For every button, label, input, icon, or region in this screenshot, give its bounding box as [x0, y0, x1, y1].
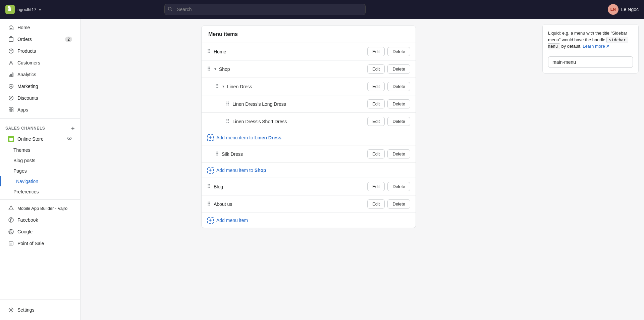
search-container	[164, 4, 366, 15]
sidebar-subitem-themes[interactable]: Themes	[3, 145, 77, 155]
add-sales-channel-button[interactable]: +	[71, 125, 75, 131]
add-to-linen-row[interactable]: Add menu item to Linen Dress	[202, 130, 416, 145]
user-menu[interactable]: LN Le Ngoc	[608, 4, 639, 15]
svg-rect-11	[11, 108, 13, 109]
search-icon	[168, 7, 172, 12]
add-shop-bold: Shop	[255, 168, 266, 173]
drag-handle-linen-short[interactable]: ⠿	[226, 118, 230, 125]
sidebar-divider-2	[0, 199, 80, 200]
sidebar-subitem-navigation[interactable]: Navigation	[0, 176, 77, 186]
sidebar-item-pos[interactable]: Point of Sale	[3, 238, 77, 249]
expand-icon-linen[interactable]: ▼	[222, 85, 225, 88]
sales-channels-section: Sales channels +	[0, 121, 80, 133]
linen-short-actions: Edit Delete	[367, 117, 410, 126]
sidebar-item-apps[interactable]: Apps	[3, 104, 77, 116]
linen-long-delete-button[interactable]: Delete	[387, 99, 410, 108]
handle-input[interactable]	[548, 56, 633, 68]
silk-actions: Edit Delete	[367, 149, 410, 158]
panel-suffix-text: by default.	[561, 44, 582, 49]
sidebar-subitem-pages[interactable]: Pages	[3, 166, 77, 176]
sidebar-item-facebook[interactable]: Facebook	[3, 214, 77, 226]
sidebar-nav: Home Orders 2 Products Customers Ana	[0, 19, 80, 300]
linen-short-edit-button[interactable]: Edit	[367, 117, 385, 126]
drag-handle-about[interactable]: ⠿	[207, 201, 211, 207]
menu-label-about: About us	[214, 201, 367, 207]
linen-short-delete-button[interactable]: Delete	[387, 117, 410, 126]
silk-edit-button[interactable]: Edit	[367, 149, 385, 158]
pos-label: Point of Sale	[17, 241, 44, 246]
sidebar-orders-label: Orders	[17, 37, 32, 42]
shopify-logo[interactable]: ngoclht17 ▾	[5, 5, 41, 14]
shop-delete-button[interactable]: Delete	[387, 64, 410, 74]
add-to-shop-text: Add menu item to Shop	[216, 168, 266, 173]
blog-edit-button[interactable]: Edit	[367, 182, 385, 191]
add-menu-item-row[interactable]: Add menu item	[202, 213, 416, 228]
sidebar-item-home[interactable]: Home	[3, 22, 77, 33]
google-label: Google	[17, 229, 33, 234]
user-name: Le Ngoc	[621, 7, 639, 12]
table-row: ⠿ Linen Dress's Long Dress Edit Delete	[202, 95, 416, 113]
sidebar-item-online-store[interactable]: Online Store	[3, 133, 77, 145]
expand-icon-shop[interactable]: ▼	[214, 67, 217, 71]
blog-actions: Edit Delete	[367, 182, 410, 191]
linen-long-actions: Edit Delete	[367, 99, 410, 108]
panel-description: Liquid: e.g. a menu with the title "Side…	[548, 30, 633, 50]
home-actions: Edit Delete	[367, 47, 410, 56]
sidebar-item-analytics[interactable]: Analytics	[3, 69, 77, 80]
search-input[interactable]	[164, 4, 366, 15]
table-row: ⠿ About us Edit Delete	[202, 195, 416, 213]
sidebar: Home Orders 2 Products Customers Ana	[0, 19, 80, 320]
eye-icon[interactable]	[67, 136, 72, 142]
sidebar-item-customers[interactable]: Customers	[3, 57, 77, 68]
blog-delete-button[interactable]: Delete	[387, 182, 410, 191]
sidebar-subitem-preferences[interactable]: Preferences	[3, 187, 77, 197]
sidebar-item-settings[interactable]: Settings	[3, 304, 77, 316]
drag-handle-linen[interactable]: ⠿	[215, 83, 219, 90]
sidebar-item-google[interactable]: Google	[3, 226, 77, 237]
svg-rect-3	[9, 38, 13, 42]
svg-point-16	[69, 138, 70, 139]
silk-delete-button[interactable]: Delete	[387, 149, 410, 158]
svg-marker-17	[9, 206, 13, 210]
about-delete-button[interactable]: Delete	[387, 199, 410, 209]
shop-item-label: Shop	[219, 66, 230, 72]
mobile-app-label: Mobile App Builder - Vajro	[17, 206, 67, 211]
sidebar-item-discounts[interactable]: Discounts	[3, 92, 77, 104]
svg-rect-12	[9, 110, 11, 112]
sidebar-item-orders[interactable]: Orders 2	[3, 34, 77, 45]
svg-rect-14	[9, 138, 13, 141]
sidebar-marketing-label: Marketing	[17, 84, 38, 89]
drag-handle-blog[interactable]: ⠿	[207, 183, 211, 190]
right-panel-card: Liquid: e.g. a menu with the title "Side…	[542, 24, 639, 74]
about-edit-button[interactable]: Edit	[367, 199, 385, 209]
drag-handle-home[interactable]: ⠿	[207, 48, 211, 55]
navigation-label: Navigation	[16, 179, 38, 184]
svg-rect-7	[12, 73, 13, 77]
svg-point-4	[10, 61, 12, 63]
sidebar-subitem-blog-posts[interactable]: Blog posts	[3, 155, 77, 166]
table-row: ⠿ Silk Dress Edit Delete	[202, 145, 416, 163]
sidebar-products-label: Products	[17, 48, 36, 54]
learn-more-link[interactable]: Learn more	[583, 43, 609, 50]
store-chevron: ▾	[39, 7, 41, 12]
drag-handle-linen-long[interactable]: ⠿	[226, 101, 230, 107]
linen-edit-button[interactable]: Edit	[367, 82, 385, 91]
home-edit-button[interactable]: Edit	[367, 47, 385, 56]
drag-handle-shop[interactable]: ⠿	[207, 66, 211, 72]
home-delete-button[interactable]: Delete	[387, 47, 410, 56]
linen-dress-label: Linen Dress	[227, 84, 252, 89]
sidebar-item-mobile-app[interactable]: Mobile App Builder - Vajro	[3, 202, 77, 214]
sidebar-item-products[interactable]: Products	[3, 45, 77, 57]
drag-handle-silk[interactable]: ⠿	[215, 151, 219, 157]
menu-label-silk: Silk Dress	[222, 151, 367, 157]
linen-long-edit-button[interactable]: Edit	[367, 99, 385, 108]
add-menu-item-icon	[207, 217, 214, 224]
add-to-linen-text: Add menu item to Linen Dress	[216, 135, 281, 140]
online-store-icon	[8, 136, 14, 142]
add-linen-icon	[207, 134, 214, 141]
shop-edit-button[interactable]: Edit	[367, 64, 385, 74]
linen-delete-button[interactable]: Delete	[387, 82, 410, 91]
add-to-shop-row[interactable]: Add menu item to Shop	[202, 163, 416, 178]
table-row: ⠿ Linen Dress's Short Dress Edit Delete	[202, 113, 416, 130]
sidebar-item-marketing[interactable]: Marketing	[3, 81, 77, 92]
